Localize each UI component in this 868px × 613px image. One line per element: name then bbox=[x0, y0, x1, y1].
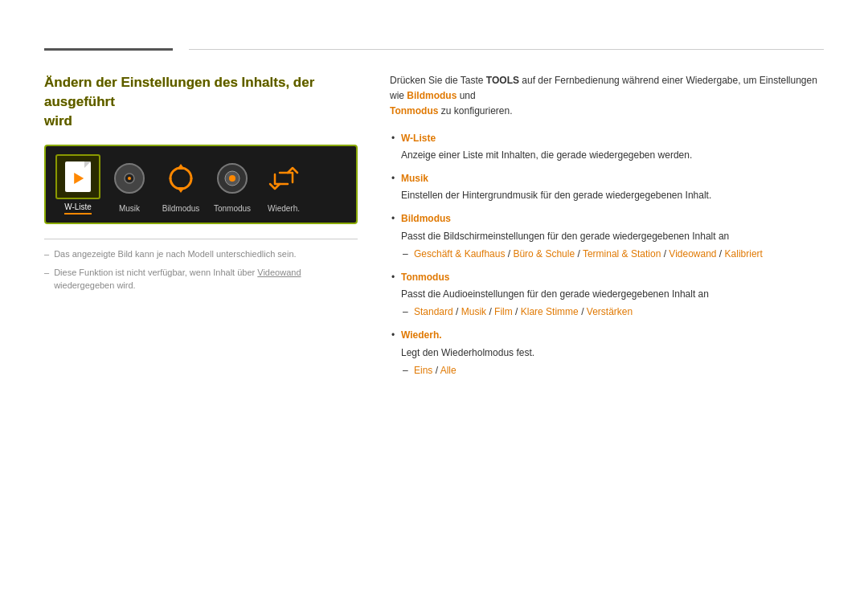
tonmodus-label: Tonmodus bbox=[214, 204, 251, 213]
bullet-wliste-title: W-Liste bbox=[401, 131, 824, 146]
media-item-wliste[interactable]: W-Liste bbox=[55, 154, 100, 215]
bullet-bildmodus-title: Bildmodus bbox=[401, 211, 824, 227]
media-player-box: W-Liste Musik bbox=[44, 145, 358, 224]
notes-section: – Das angezeigte Bild kann je nach Model… bbox=[44, 239, 358, 292]
svg-point-7 bbox=[229, 175, 235, 182]
main-content: Ändern der Einstellungen des Inhalts, de… bbox=[44, 73, 824, 386]
musik-label: Musik bbox=[119, 204, 140, 213]
bildmodus-sub-list: Geschäft & Kaufhaus / Büro & Schule / Te… bbox=[401, 247, 824, 262]
bullet-tonmodus: Tonmodus Passt die Audioeinstellungen fü… bbox=[390, 270, 824, 321]
title-line1: Ändern der Einstellungen des Inhalts, de… bbox=[44, 75, 314, 109]
page-title: Ändern der Einstellungen des Inhalts, de… bbox=[44, 73, 358, 130]
svg-point-2 bbox=[128, 177, 131, 180]
note-1: – Das angezeigte Bild kann je nach Model… bbox=[44, 247, 358, 261]
media-item-wiederh[interactable]: Wiederh. bbox=[261, 156, 306, 213]
wiederh-sub-1: Eins / Alle bbox=[401, 363, 824, 378]
bullet-tonmodus-title: Tonmodus bbox=[401, 270, 824, 285]
nav-line-active bbox=[44, 48, 173, 51]
svg-marker-4 bbox=[177, 187, 185, 193]
note-2-text: Diese Funktion ist nicht verfügbar, wenn… bbox=[54, 266, 358, 292]
bullet-musik: Musik Einstellen der Hintergrundmusik fü… bbox=[390, 171, 824, 203]
nav-line-inactive bbox=[189, 49, 824, 50]
intro-tonmodus: Tonmodus bbox=[390, 105, 438, 116]
wliste-label: W-Liste bbox=[64, 202, 92, 215]
intro-and: und bbox=[457, 90, 475, 101]
bildmodus-label: Bildmodus bbox=[162, 204, 200, 213]
title-line2: wird bbox=[44, 113, 72, 129]
top-nav bbox=[44, 48, 824, 51]
bullet-list: W-Liste Anzeige einer Liste mit Inhalten… bbox=[390, 131, 824, 378]
wiederh-sub-list: Eins / Alle bbox=[401, 363, 824, 378]
note-2-before: Diese Funktion ist nicht verfügbar, wenn… bbox=[54, 268, 257, 277]
note-2: – Diese Funktion ist nicht verfügbar, we… bbox=[44, 266, 358, 292]
wliste-icon bbox=[55, 154, 100, 199]
intro-bildmodus: Bildmodus bbox=[407, 90, 457, 101]
bullet-wliste: W-Liste Anzeige einer Liste mit Inhalten… bbox=[390, 131, 824, 163]
intro-before: Drücken Sie die Taste bbox=[390, 75, 486, 86]
bildmodus-icon bbox=[158, 156, 203, 201]
bullet-wiederh: Wiederh. Legt den Wiederholmodus fest. E… bbox=[390, 328, 824, 378]
intro-end: zu konfigurieren. bbox=[438, 105, 512, 116]
media-item-bildmodus[interactable]: Bildmodus bbox=[158, 156, 203, 213]
musik-icon bbox=[107, 156, 152, 201]
bullet-wiederh-desc: Legt den Wiederholmodus fest. bbox=[401, 345, 824, 361]
bullet-wliste-desc: Anzeige einer Liste mit Inhalten, die ge… bbox=[401, 148, 824, 163]
wiederh-icon bbox=[261, 156, 306, 201]
svg-marker-3 bbox=[177, 164, 185, 170]
bullet-bildmodus: Bildmodus Passt die Bildschirmeinstellun… bbox=[390, 211, 824, 262]
bullet-musik-desc: Einstellen der Hintergrundmusik für den … bbox=[401, 188, 824, 203]
left-column: Ändern der Einstellungen des Inhalts, de… bbox=[44, 73, 358, 386]
wiederh-label: Wiederh. bbox=[268, 204, 300, 213]
note-1-text: Das angezeigte Bild kann je nach Modell … bbox=[54, 247, 296, 261]
right-column: Drücken Sie die Taste TOOLS auf der Fern… bbox=[390, 73, 824, 386]
bullet-wiederh-title: Wiederh. bbox=[401, 328, 824, 343]
media-item-tonmodus[interactable]: Tonmodus bbox=[210, 156, 255, 213]
bildmodus-sub-1: Geschäft & Kaufhaus / Büro & Schule / Te… bbox=[401, 247, 824, 262]
bullet-musik-title: Musik bbox=[401, 171, 824, 186]
bullet-tonmodus-desc: Passt die Audioeinstellungen für den ger… bbox=[401, 287, 824, 302]
tonmodus-icon bbox=[210, 156, 255, 201]
intro-text: Drücken Sie die Taste TOOLS auf der Fern… bbox=[390, 73, 824, 120]
note-2-underline: Videowand bbox=[257, 268, 301, 277]
media-item-musik[interactable]: Musik bbox=[107, 156, 152, 213]
tonmodus-sub-list: Standard / Musik / Film / Klare Stimme /… bbox=[401, 304, 824, 320]
note-2-after: wiedergegeben wird. bbox=[54, 280, 136, 290]
page-container: Ändern der Einstellungen des Inhalts, de… bbox=[0, 0, 868, 419]
intro-tools: TOOLS bbox=[486, 75, 519, 86]
tonmodus-sub-1: Standard / Musik / Film / Klare Stimme /… bbox=[401, 304, 824, 320]
bullet-bildmodus-desc: Passt die Bildschirmeinstellungen für de… bbox=[401, 229, 824, 244]
